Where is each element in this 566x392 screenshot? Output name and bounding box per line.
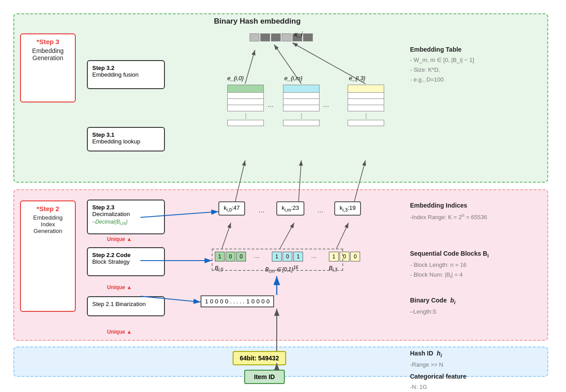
bin-1: 1	[205, 298, 208, 305]
step23-title: Step 2.3	[92, 204, 160, 211]
emb-table-header: Embedding Table	[410, 45, 474, 55]
bin-7: 0	[251, 298, 254, 305]
step2-title: *Step 2	[25, 205, 70, 212]
bin-4: 0	[220, 298, 223, 305]
code-blocks-dashed	[212, 249, 343, 271]
step2-subtitle: EmbeddingIndexGeneration	[25, 214, 70, 234]
bin-code-line1: –Length:S	[410, 307, 455, 317]
bin-9: 0	[261, 298, 264, 305]
step22-title: Step 2.2 Code	[92, 252, 160, 258]
emb-idx-line1: -Index Range: K = 2n = 65536	[410, 211, 487, 222]
emb-table-line3: - e.g., D=100	[410, 75, 474, 85]
index-km: ki,m:23	[276, 201, 304, 216]
seq-header: Sequential Code Blocks Bi	[410, 249, 489, 260]
hash-id-header: Hash ID hi	[410, 348, 467, 360]
step23-box: Step 2.3 Decimalization –Decimal(Bi,m)	[87, 200, 165, 234]
seq-line1: - Block Length: n = 16	[410, 260, 489, 270]
cat-feat-header: Categorical feature	[410, 372, 467, 382]
bin-code-header: Binary Code bi	[410, 295, 455, 307]
step3-subtitle: EmbeddingGeneration	[25, 47, 70, 61]
emb-table-line1: - W_m, m ∈ [0, |B_i| − 1]	[410, 55, 474, 65]
step32-subtitle: Embedding fusion	[92, 71, 160, 78]
step23-subtitle: Decimalization	[92, 211, 160, 217]
index-k0: ki,0:47	[218, 201, 245, 216]
hash-id-info: Hash ID hi -Range >> N Categorical featu…	[410, 348, 467, 392]
dots-idx-1: ···	[258, 208, 264, 216]
hash-cell-6	[303, 33, 313, 41]
step31-title: Step 3.1	[92, 131, 160, 138]
hash-embedding-cells	[250, 33, 313, 41]
seq-line2: - Block Num: |Bi| = 4	[410, 270, 489, 281]
cell-3-3: 0	[350, 252, 360, 261]
binary-row: 1 0 0 0 0 . . . . . 1 0 0 0 0	[201, 295, 274, 307]
hash-value: 64bit: 549432	[240, 355, 279, 362]
hash-box: 64bit: 549432	[233, 351, 286, 365]
step3-title: *Step 3	[25, 38, 70, 45]
index-k3: ki,3:19	[334, 201, 361, 216]
binary-code-info: Binary Code bi –Length:S	[410, 295, 455, 317]
bin-5: 0	[225, 298, 228, 305]
item-id-label: Item ID	[254, 373, 275, 380]
step32-title: Step 3.2	[92, 65, 160, 71]
step3-box: *Step 3 EmbeddingGeneration	[20, 33, 76, 102]
dots-1: ···	[267, 102, 273, 110]
step31-box: Step 3.1 Embedding lookup	[87, 127, 165, 151]
bin-8: 0	[256, 298, 259, 305]
dots-idx-2: ···	[317, 208, 323, 216]
e3-label: e_{i,3}	[349, 75, 365, 82]
xi-label: x_i	[294, 30, 303, 38]
hash-cell-3	[271, 33, 281, 41]
unique-3: Unique ▲	[107, 329, 132, 335]
step23-formula: –Decimal(Bi,m)	[92, 219, 160, 226]
dots-2: ···	[323, 102, 329, 110]
step2-box: *Step 2 EmbeddingIndexGeneration	[20, 200, 76, 312]
bin-10: 0	[267, 298, 270, 305]
bin-3: 0	[215, 298, 218, 305]
emb-table-0: ⋮	[227, 85, 264, 126]
e0-label: e_{i,0}	[227, 75, 244, 82]
bin-6: 1	[246, 298, 250, 305]
step21-box: Step 2.1 Binarization	[87, 296, 165, 316]
bin-dots: . . . . .	[230, 298, 245, 305]
embedding-table-info: Embedding Table - W_m, m ∈ [0, |B_i| − 1…	[410, 45, 474, 85]
item-id-box: Item ID	[244, 370, 285, 384]
embedding-indices-info: Embedding Indices -Index Range: K = 2n =…	[410, 200, 487, 222]
hash-id-line1: -Range >> N	[410, 360, 467, 370]
hash-cell-1	[250, 33, 259, 41]
step32-box: Step 3.2 Embedding fusion	[87, 60, 165, 89]
unique-2: Unique ▲	[107, 284, 132, 290]
hash-cell-2	[260, 33, 270, 41]
emb-idx-header: Embedding Indices	[410, 200, 487, 211]
emb-table-line2: - Size: K*D,	[410, 65, 474, 75]
cat-feat-line1: -N: 1G	[410, 382, 467, 392]
step31-subtitle: Embedding lookup	[92, 138, 160, 145]
unique-1: Unique ▲	[107, 236, 132, 242]
seq-code-blocks-info: Sequential Code Blocks Bi - Block Length…	[410, 249, 489, 281]
step21-title: Step 2.1 Binarization	[92, 301, 160, 307]
emb-table-3: ⋮	[348, 85, 384, 126]
bin-2: 0	[210, 298, 213, 305]
main-title: Binary Hash embedding	[214, 17, 301, 26]
em-label: e_{i,m}	[284, 75, 302, 82]
diagram-container: Binary Hash embedding *Step 3 EmbeddingG…	[9, 9, 557, 383]
step22-subtitle: Block Strategy	[92, 258, 160, 265]
emb-table-m: ⋮	[283, 85, 320, 126]
hash-cell-4	[282, 33, 291, 41]
step22-box: Step 2.2 Code Block Strategy	[87, 247, 165, 276]
